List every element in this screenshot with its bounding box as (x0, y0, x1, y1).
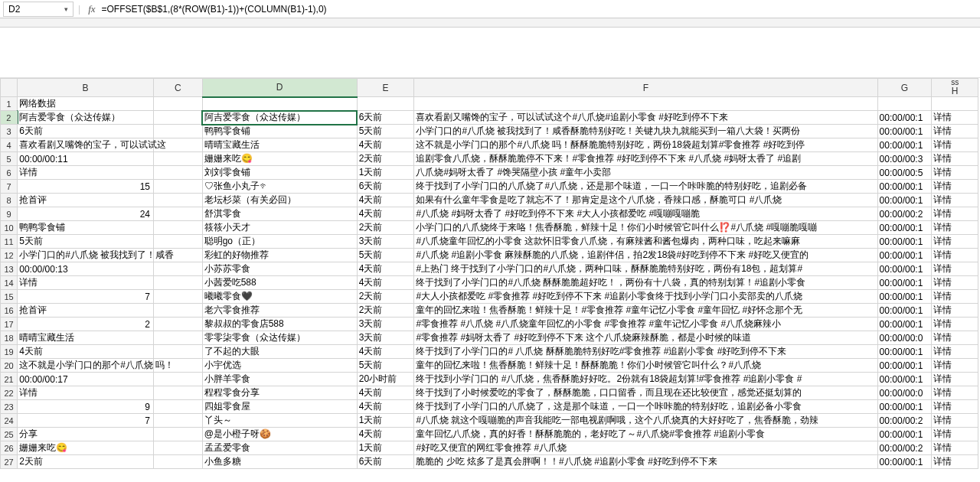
cell[interactable]: 1天前 (357, 414, 414, 428)
row-header[interactable]: 12 (1, 249, 18, 262)
row-header[interactable]: 27 (1, 455, 18, 469)
cell[interactable]: 2天前 (357, 221, 414, 235)
cell[interactable] (154, 262, 203, 276)
name-box[interactable]: D2 ▾ (3, 2, 74, 17)
cell[interactable]: 喜欢看剧又嘴馋的宝子，可以试试这 (18, 138, 154, 152)
cell[interactable]: 详情 (932, 207, 978, 221)
cell[interactable]: 00:00/00:17 (18, 373, 154, 386)
cell[interactable]: ♡张鱼小丸子ᯤ (202, 180, 357, 194)
cell[interactable] (154, 441, 203, 455)
cell[interactable]: 00:00/00:1 (877, 221, 932, 235)
row-header[interactable]: 22 (1, 386, 18, 400)
cell[interactable]: 2天前 (357, 290, 414, 304)
cell[interactable]: @是小橙子呀🍪 (202, 428, 357, 441)
cell[interactable]: 舒淇零食 (202, 207, 357, 221)
cell[interactable] (154, 152, 203, 166)
cell[interactable]: 小学门口的#八爪烧 被我找到了！咸香酥脆特别好吃！关键九块九就能买到一箱八大袋！… (414, 125, 877, 138)
cell[interactable]: 详情 (932, 262, 978, 276)
cell[interactable]: 00:00/00:1 (877, 373, 932, 386)
cell[interactable] (154, 455, 203, 469)
cell[interactable]: 详情 (932, 276, 978, 290)
row-header[interactable]: 26 (1, 441, 18, 455)
row-header[interactable]: 6 (1, 166, 18, 180)
row-header[interactable]: 7 (1, 180, 18, 194)
spreadsheet-grid[interactable]: A B C D E F G ssH 1网络数据2阿吉爱零食（众达传媒）阿吉爱零食… (0, 78, 980, 469)
cell[interactable]: 7 (18, 290, 154, 304)
cell[interactable]: 2 (18, 318, 154, 331)
cell[interactable]: 喜欢看剧又嘴馋的宝子，可以试试这个#八爪烧#追剧小零食 #好吃到停不下来 (414, 111, 877, 125)
cell[interactable]: 终于找到了小学门口的#八爪烧 酥酥脆脆超好吃！，两份有十八袋，真的特别划算！#追… (414, 276, 877, 290)
cell[interactable]: 00:00/00:0 (877, 386, 932, 400)
cell[interactable] (154, 194, 203, 207)
row-header[interactable]: 4 (1, 138, 18, 152)
cell[interactable]: 详情 (18, 166, 154, 180)
cell[interactable]: 四姐零食屋 (202, 400, 357, 414)
cell[interactable]: 00:00/00:1 (877, 359, 932, 373)
cell[interactable]: 详情 (932, 318, 978, 331)
cell[interactable]: 详情 (18, 386, 154, 400)
cell[interactable] (877, 97, 932, 111)
cell[interactable]: 抢首评 (18, 304, 154, 318)
cell[interactable]: 详情 (932, 111, 978, 125)
cell[interactable]: 曦曦零食🖤 (202, 290, 357, 304)
cell[interactable]: 3天前 (357, 318, 414, 331)
cell[interactable]: 晴晴宝藏生活 (18, 331, 154, 345)
cell[interactable]: 阿吉爱零食（众达传媒） (202, 111, 357, 125)
cell[interactable]: #八爪烧童年回忆的小零食 这款怀旧零食八爪烧，有麻辣酱和酱包爆肉，两种口味，吃起… (414, 235, 877, 249)
cell[interactable]: 丫头～ (202, 414, 357, 428)
cell[interactable]: 00:00/00:1 (877, 318, 932, 331)
cell[interactable]: 筱筱小天才 (202, 221, 357, 235)
cell[interactable]: 详情 (932, 166, 978, 180)
cell[interactable]: 详情 (932, 194, 978, 207)
cell[interactable]: 童年的回忆来啦！焦香酥脆！鲜辣十足！酥酥脆脆！你们小时候管它叫什么？#八爪烧 (414, 359, 877, 373)
cell[interactable]: 00:00/00:0 (877, 331, 932, 345)
cell[interactable]: 4天前 (357, 428, 414, 441)
cell[interactable]: 6天前 (357, 455, 414, 469)
cell[interactable]: 1天前 (357, 441, 414, 455)
cell[interactable]: 终于找到了小学门口的# 八爪烧 酥酥脆脆特别好吃#零食推荐 #追剧小零食 #好吃… (414, 345, 877, 359)
cell[interactable] (154, 235, 203, 249)
cell[interactable]: 阿吉爱零食（众达传媒） (18, 111, 154, 125)
cell[interactable]: 晴晴宝藏生活 (202, 138, 357, 152)
cell[interactable]: 5天前 (357, 249, 414, 262)
col-header-C[interactable]: C (154, 79, 203, 97)
cell[interactable]: 程程零食分享 (202, 386, 357, 400)
cell[interactable]: 详情 (932, 331, 978, 345)
cell[interactable]: 终于找到了小时候爱吃的零食了，酥酥脆脆，口口留香，而且现在还比较便宜，感觉还挺划… (414, 386, 877, 400)
cell[interactable]: 4天前 (357, 276, 414, 290)
col-header-F[interactable]: F (414, 79, 877, 97)
cell[interactable]: 4天前 (357, 400, 414, 414)
cell[interactable] (154, 180, 203, 194)
cell[interactable]: 终于找到了小学门口的八爪烧了，这是那个味道，一口一个咔咔脆的特别好吃，追剧必备小… (414, 400, 877, 414)
cell[interactable]: 详情 (932, 441, 978, 455)
cell[interactable]: 详情 (932, 235, 978, 249)
cell[interactable]: 00:00/00:1 (877, 138, 932, 152)
col-header-E[interactable]: E (357, 79, 414, 97)
cell[interactable] (154, 221, 203, 235)
cell[interactable]: 15 (18, 180, 154, 194)
cell[interactable]: 00:00/00:2 (877, 441, 932, 455)
cell[interactable]: 详情 (932, 428, 978, 441)
cell[interactable]: 5天前 (357, 125, 414, 138)
cell[interactable]: 00:00/00:1 (877, 194, 932, 207)
cell[interactable]: 老坛杉菜（有关必回） (202, 194, 357, 207)
cell[interactable]: 鸭鸭零食铺 (18, 221, 154, 235)
cell[interactable]: 详情 (932, 373, 978, 386)
cell[interactable]: 详情 (932, 221, 978, 235)
cell[interactable]: 详情 (932, 414, 978, 428)
cell[interactable]: 详情 (932, 290, 978, 304)
cell[interactable] (154, 373, 203, 386)
cell[interactable]: 抢首评 (18, 194, 154, 207)
col-header-H[interactable]: ssH (932, 79, 978, 97)
cell[interactable]: 老六零食推荐 (202, 304, 357, 318)
row-header[interactable]: 9 (1, 207, 18, 221)
cell[interactable]: 详情 (932, 249, 978, 262)
row-header[interactable]: 14 (1, 276, 18, 290)
row-header[interactable]: 15 (1, 290, 18, 304)
cell[interactable]: 这不就是小学门口的那个#八爪烧 吗！酥酥脆脆特别好吃，两份18袋超划算#零食推荐… (414, 138, 877, 152)
row-header[interactable]: 19 (1, 345, 18, 359)
select-all-corner[interactable] (1, 79, 18, 97)
cell[interactable]: #零食推荐 #妈呀太香了 #好吃到停不下来 这个八爪烧麻辣酥脆，都是小时候的味道 (414, 331, 877, 345)
cell[interactable]: 00:00/00:13 (18, 262, 154, 276)
cell[interactable] (154, 125, 203, 138)
